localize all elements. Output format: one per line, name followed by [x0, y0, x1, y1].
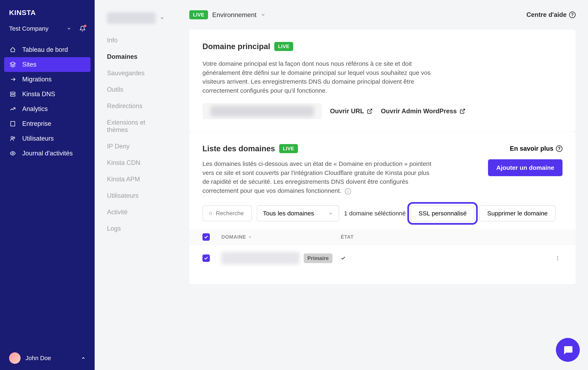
subnav-ipdeny[interactable]: IP Deny — [107, 138, 165, 155]
help-center-link[interactable]: Centre d'aide ? — [526, 11, 576, 19]
domain-list-card: Liste des domaines LIVE En savoir plus ?… — [189, 131, 576, 284]
link-label: En savoir plus — [510, 145, 553, 152]
nav-label: Migrations — [22, 76, 52, 83]
company-name: Test Company — [9, 25, 49, 32]
subnav-logs[interactable]: Logs — [107, 220, 165, 237]
eye-icon — [9, 150, 16, 157]
add-domain-button[interactable]: Ajouter un domaine — [488, 159, 563, 176]
link-label: Ouvrir URL — [330, 108, 364, 115]
chevron-down-icon — [160, 16, 165, 20]
environment-selector[interactable]: LIVE Environnement — [189, 10, 266, 19]
domain-filter-select[interactable]: Tous les domaines — [257, 205, 339, 221]
subnav-users[interactable]: Utilisateurs — [107, 188, 165, 204]
user-menu[interactable]: John Doe — [0, 346, 95, 370]
live-badge: LIVE — [189, 10, 208, 19]
domain-list-title: Liste des domaines — [202, 144, 275, 153]
subnav-domains[interactable]: Domaines — [107, 49, 165, 65]
svg-text:KINSTA: KINSTA — [9, 9, 36, 16]
domains-table: DOMAINE ÉTAT Primaire — [202, 230, 563, 272]
chat-icon — [562, 344, 573, 355]
table-header: DOMAINE ÉTAT — [189, 230, 576, 245]
kinsta-logo-icon: KINSTA — [9, 8, 42, 18]
subnav-backups[interactable]: Sauvegardes — [107, 65, 165, 81]
select-label: Tous les domaines — [263, 210, 314, 217]
chevron-down-icon — [261, 12, 266, 17]
svg-point-11 — [12, 152, 14, 154]
td-state — [341, 256, 402, 261]
primary-badge: Primaire — [304, 253, 333, 263]
primary-nav: Tableau de bord Sites Migrations Kinsta … — [0, 38, 95, 346]
check-icon — [341, 256, 346, 261]
subnav-tools[interactable]: Outils — [107, 81, 165, 98]
row-actions-menu[interactable] — [553, 253, 563, 263]
domain-list-desc: Les domaines listés ci-dessous avec un é… — [202, 159, 433, 195]
svg-rect-3 — [10, 95, 15, 96]
nav-dns[interactable]: Kinsta DNS — [4, 87, 91, 101]
td-domain: Primaire — [221, 252, 341, 264]
external-link-icon — [367, 108, 373, 114]
learn-more-link[interactable]: En savoir plus ? — [510, 145, 563, 152]
th-domain[interactable]: DOMAINE — [221, 234, 341, 240]
svg-rect-4 — [11, 121, 15, 126]
primary-domain-redacted — [202, 103, 322, 119]
subnav-cdn[interactable]: Kinsta CDN — [107, 155, 165, 171]
env-label: Environnement — [212, 11, 256, 19]
nav-users[interactable]: Utilisateurs — [4, 131, 91, 146]
primary-domain-card: Domaine principal LIVE Votre domaine pri… — [189, 30, 576, 131]
custom-ssl-button[interactable]: SSL personnalisé — [411, 205, 474, 221]
svg-line-12 — [369, 109, 372, 112]
user-name: John Doe — [25, 355, 76, 361]
kebab-icon — [555, 255, 560, 261]
nav-migrations[interactable]: Migrations — [4, 72, 91, 87]
svg-marker-1 — [10, 62, 15, 65]
search-input[interactable] — [202, 206, 252, 221]
search-icon — [209, 211, 212, 216]
company-selector[interactable]: Test Company — [0, 22, 95, 38]
top-bar: LIVE Environnement Centre d'aide ? — [189, 6, 576, 30]
logo: KINSTA — [0, 0, 95, 22]
row-checkbox[interactable] — [202, 254, 210, 262]
subnav-plugins[interactable]: Extensions et thèmes — [107, 114, 165, 138]
nav-label: Tableau de bord — [22, 46, 68, 53]
notification-dot — [84, 25, 86, 27]
nav-activity[interactable]: Journal d'activités — [4, 146, 91, 161]
site-sidebar: Info Domaines Sauvegardes Outils Redirec… — [95, 0, 177, 370]
delete-domain-button[interactable]: Supprimer le domaine — [479, 205, 555, 221]
check-icon — [204, 235, 209, 239]
selection-count: 1 domaine séléctionné — [344, 210, 406, 217]
open-wp-admin-link[interactable]: Ouvrir Admin WordPress — [381, 108, 465, 115]
chevron-down-icon — [67, 26, 71, 31]
open-url-link[interactable]: Ouvrir URL — [330, 108, 373, 115]
live-badge: LIVE — [279, 144, 298, 153]
th-state[interactable]: ÉTAT — [341, 234, 402, 240]
subnav-info[interactable]: Info — [107, 32, 165, 49]
subnav-redirects[interactable]: Redirections — [107, 98, 165, 114]
sort-asc-icon — [248, 235, 252, 239]
svg-point-10 — [13, 137, 15, 139]
nav-sites[interactable]: Sites — [4, 57, 91, 72]
subnav-apm[interactable]: Kinsta APM — [107, 171, 165, 188]
primary-domain-desc: Votre domaine principal est la façon don… — [202, 59, 433, 95]
nav-label: Analytics — [22, 105, 48, 113]
svg-point-16 — [557, 256, 558, 257]
search-field[interactable] — [216, 210, 246, 217]
notifications-button[interactable] — [79, 26, 85, 32]
svg-line-13 — [462, 109, 465, 112]
select-all-checkbox[interactable] — [202, 233, 210, 241]
site-name-redacted — [107, 12, 156, 24]
nav-company[interactable]: Entreprise — [4, 116, 91, 131]
nav-analytics[interactable]: Analytics — [4, 101, 91, 116]
nav-label: Sites — [22, 61, 36, 68]
chevron-down-icon — [328, 211, 333, 216]
chevron-up-icon — [81, 356, 85, 360]
analytics-icon — [9, 105, 16, 113]
info-icon[interactable]: i — [345, 188, 351, 194]
site-selector[interactable] — [107, 6, 165, 32]
chat-button[interactable] — [556, 338, 580, 362]
subnav-activity[interactable]: Activité — [107, 204, 165, 220]
migrate-icon — [9, 76, 16, 83]
help-label: Centre d'aide — [526, 11, 567, 19]
dns-icon — [9, 90, 16, 98]
external-link-icon — [460, 108, 465, 114]
nav-dashboard[interactable]: Tableau de bord — [4, 42, 91, 57]
